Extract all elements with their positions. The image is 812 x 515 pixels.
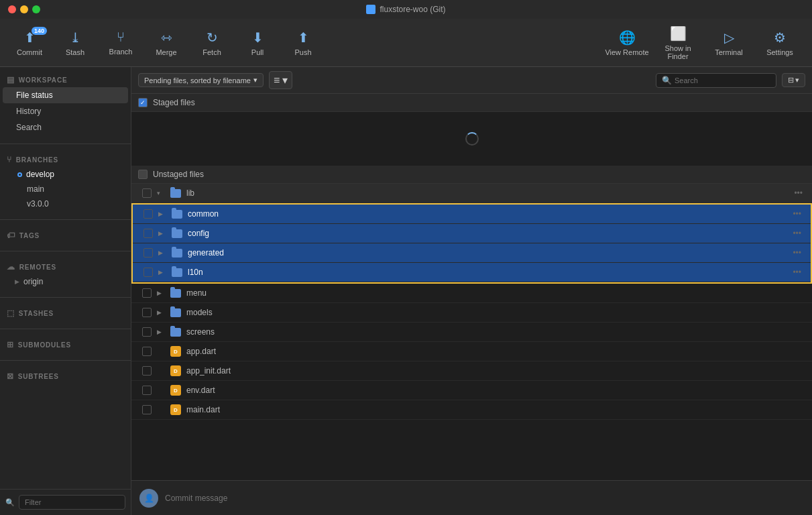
generated-folder-row[interactable]: ▶ generated ••• [133,243,811,263]
models-folder-name: models [186,308,786,317]
branch-develop[interactable]: develop [3,167,128,182]
lib-more-button[interactable]: ••• [791,187,805,199]
show-in-finder-button[interactable]: ⬜ Show in Finder [654,23,702,63]
staged-section-header[interactable]: ✓ Staged files [131,94,812,112]
maximize-button[interactable] [32,5,40,13]
submodules-header[interactable]: ⊞ SUBMODULES [0,337,131,352]
settings-button[interactable]: ⚙ Settings [756,23,804,63]
filter-input[interactable] [19,495,125,510]
main-dart-row[interactable]: D main.dart ••• [131,400,812,420]
common-checkbox[interactable] [143,209,153,219]
app-init-dart-checkbox[interactable] [142,366,152,376]
l10n-checkbox[interactable] [143,268,153,277]
generated-folder-icon [172,249,182,258]
file-list: ✓ Staged files Unstaged files ▾ lib ••• [131,94,812,515]
divider-3 [0,251,131,251]
selected-files-group: ▶ common ••• ▶ config ••• ▶ [131,203,812,284]
remotes-icon: ☁ [7,262,15,272]
terminal-button[interactable]: ▷ Terminal [705,23,753,63]
app-init-dart-row[interactable]: D app_init.dart ••• [131,361,812,381]
remote-origin[interactable]: ▶ origin [0,274,131,289]
menu-folder-row[interactable]: ▶ menu ••• [131,284,812,303]
env-dart-row[interactable]: D env.dart ••• [131,381,812,400]
config-more-button[interactable]: ••• [790,227,804,239]
branches-section: ⑂ BRANCHES develop main v3.0.0 [0,147,131,217]
terminal-icon: ▷ [724,30,734,46]
pull-button[interactable]: ⬇ Pull [236,23,279,63]
menu-folder-icon [170,289,181,298]
toolbar-right: 🌐 View Remote ⬜ Show in Finder ▷ Termina… [603,23,804,63]
app-dart-checkbox[interactable] [142,347,152,356]
stash-button[interactable]: ⤓ Stash [54,23,97,63]
menu-folder-name: menu [186,288,786,298]
sidebar-item-history[interactable]: History [3,103,128,119]
toolbar-left: 140 ⬆ Commit ⤓ Stash ⑂ Branch ⇿ Merge ↻ … [8,23,603,63]
lib-folder-row[interactable]: ▾ lib ••• [131,184,812,203]
sort-dropdown[interactable]: Pending files, sorted by filename ▾ [138,73,264,87]
commit-message-input[interactable] [165,494,804,503]
subtrees-header[interactable]: ⊠ SUBTREES [0,369,131,384]
models-folder-icon [170,308,181,317]
lib-checkbox[interactable] [142,188,152,198]
screens-folder-row[interactable]: ▶ screens ••• [131,323,812,342]
merge-button[interactable]: ⇿ Merge [145,23,188,63]
sidebar-item-file-status[interactable]: File status [3,87,128,103]
fetch-button[interactable]: ↻ Fetch [190,23,233,63]
config-folder-name: config [188,229,785,238]
stashes-header[interactable]: ⬚ STASHES [0,306,131,321]
remotes-header[interactable]: ☁ REMOTES [0,260,131,274]
stashes-icon: ⬚ [7,308,15,318]
generated-checkbox[interactable] [143,248,153,258]
view-remote-icon: 🌐 [619,30,636,46]
settings-icon: ⚙ [774,30,786,46]
push-button[interactable]: ⬆ Push [282,23,325,63]
commit-button[interactable]: 140 ⬆ Commit [8,23,51,63]
view-remote-button[interactable]: 🌐 View Remote [603,23,651,63]
main-toolbar: 140 ⬆ Commit ⤓ Stash ⑂ Branch ⇿ Merge ↻ … [0,19,812,67]
unstaged-checkbox[interactable] [138,170,148,179]
generated-more-button[interactable]: ••• [790,247,804,259]
loading-spinner [465,132,479,146]
minimize-button[interactable] [20,5,28,13]
tags-header[interactable]: 🏷 TAGS [0,228,131,243]
chevron-right-icon: ▶ [15,278,19,285]
app-dart-row[interactable]: D app.dart ••• [131,342,812,361]
search-input[interactable] [675,76,770,84]
l10n-more-button[interactable]: ••• [790,266,804,278]
tags-section: 🏷 TAGS [0,223,131,248]
close-button[interactable] [8,5,16,13]
branches-header[interactable]: ⑂ BRANCHES [0,152,131,167]
subtrees-section: ⊠ SUBTREES [0,363,131,389]
common-more-button[interactable]: ••• [790,208,804,220]
config-folder-row[interactable]: ▶ config ••• [133,224,811,243]
workspace-header[interactable]: ▤ WORKSPACE [0,72,131,87]
branch-v3[interactable]: v3.0.0 [3,196,128,211]
staged-checkbox[interactable]: ✓ [138,98,148,107]
models-folder-row[interactable]: ▶ models ••• [131,303,812,323]
main-dart-name: main.dart [186,405,786,414]
screens-checkbox[interactable] [142,327,152,337]
expand-models-icon: ▶ [157,309,165,316]
sidebar-item-search[interactable]: Search [3,119,128,135]
window-title: fluxstore-woo (Git) [366,5,445,14]
main-dart-icon: D [170,404,181,415]
common-folder-name: common [188,209,785,219]
common-folder-row[interactable]: ▶ common ••• [133,205,811,224]
view-toggle[interactable]: ≡ ▾ [269,71,292,89]
main-dart-checkbox[interactable] [142,405,152,414]
l10n-folder-name: l10n [188,268,785,277]
env-dart-checkbox[interactable] [142,386,152,395]
menu-checkbox[interactable] [142,288,152,298]
filter-toggle-btn[interactable]: ⊟ ▾ [782,73,805,87]
current-branch-indicator [17,172,22,177]
branch-button[interactable]: ⑂ Branch [99,23,142,63]
l10n-folder-row[interactable]: ▶ l10n ••• [133,263,811,282]
divider-6 [0,360,131,361]
branch-main[interactable]: main [3,182,128,196]
common-folder-icon [172,210,182,219]
models-checkbox[interactable] [142,308,152,317]
content-toolbar: Pending files, sorted by filename ▾ ≡ ▾ … [131,67,812,94]
config-checkbox[interactable] [143,229,153,238]
lib-folder-name: lib [186,188,786,198]
unstaged-section-header[interactable]: Unstaged files [131,166,812,184]
